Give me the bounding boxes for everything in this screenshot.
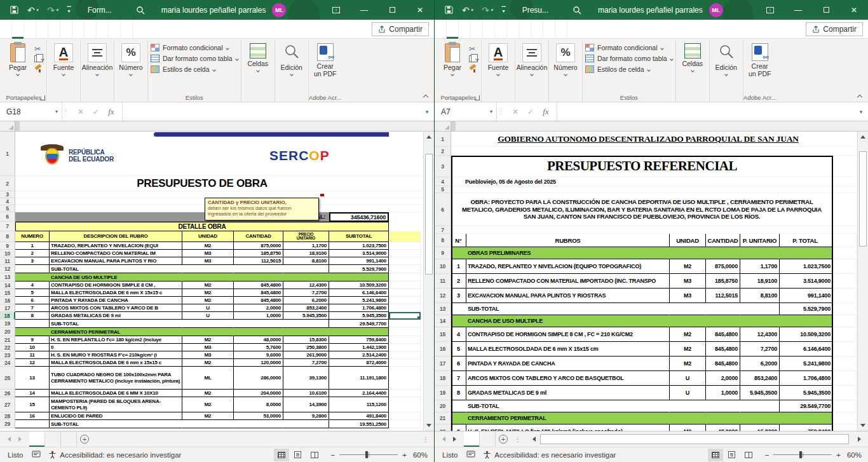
row-header[interactable]: 25 — [0, 367, 15, 390]
cell-subtotal[interactable]: 3.514,9000 — [329, 250, 389, 257]
cell-styles-button[interactable]: Estilos de celda — [585, 65, 673, 73]
ribbon-tab[interactable] — [519, 20, 531, 39]
font-group-button[interactable]: A Fuente — [484, 41, 512, 76]
cell-precio-unitario[interactable]: 7,2700 — [283, 289, 329, 297]
cell-descripcion[interactable]: H. S. EN REPLANTILLO f'c= 180 kg/cm2 (in… — [50, 336, 182, 344]
cell-precio-unitario[interactable]: 250,3800 — [283, 344, 329, 351]
cell-precio-unitario[interactable]: 8,8100 — [283, 257, 329, 265]
row-header[interactable]: 28 — [0, 412, 15, 420]
cell-g[interactable] — [833, 425, 857, 431]
cell-p-total[interactable]: 991,1400 — [780, 289, 833, 303]
worksheet[interactable]: 1 REPÚBLICADEL ECUADOR SERCOP 2 PRESUPUE… — [0, 132, 423, 431]
cell-descripcion[interactable]: RELLENO COMPACTADO CON MATERIAL IM — [50, 250, 182, 257]
cell-g[interactable] — [389, 273, 421, 282]
formula-input[interactable] — [123, 102, 420, 121]
header-p-total[interactable]: P. TOTAL — [780, 234, 833, 247]
cell-cantidad[interactable]: 845,4800 — [706, 342, 740, 357]
cell-unidad[interactable]: M3 — [670, 289, 706, 303]
cell-numero[interactable] — [451, 303, 466, 315]
cell-cantidad[interactable] — [706, 400, 740, 412]
cell-descripcion[interactable]: MALLA ELECTROSOLDADA DE 6 mm X 15x15 c — [50, 289, 182, 297]
cut-button[interactable]: ✂ — [34, 45, 44, 53]
cell-p-unitario[interactable] — [740, 400, 780, 412]
cell-unidad[interactable]: M2 — [182, 289, 234, 297]
cell-descripcion[interactable]: 0 — [50, 344, 182, 351]
cells-group-button[interactable]: Celdas — [679, 41, 707, 72]
cell-subtotal[interactable]: 1.706,4800 — [329, 304, 389, 312]
cell-p-unitario[interactable]: 5.945,3500 — [740, 386, 780, 400]
cell-unidad[interactable]: U — [670, 386, 706, 400]
cell-p-total[interactable]: 5.945,3500 — [780, 386, 833, 400]
cell-precio-unitario[interactable]: 18,9100 — [283, 250, 329, 257]
cell-subtotal[interactable] — [329, 273, 389, 282]
cell-rubro[interactable]: EXCAVACION MANUAL PARA PLINTOS Y RIOSTRA… — [466, 289, 670, 303]
cell-unidad[interactable] — [670, 247, 706, 259]
cell-cantidad[interactable]: 845,4800 — [706, 327, 740, 342]
clipboard-dialog-launcher[interactable] — [475, 95, 480, 100]
confirm-entry-button[interactable]: ✓ — [93, 107, 99, 116]
formula-input[interactable] — [557, 102, 854, 121]
cell-descripcion[interactable]: PINTADA Y RAYADA DE CANCHA — [50, 297, 182, 304]
cell-numero[interactable] — [15, 420, 50, 428]
cell-cantidad[interactable]: 204,0000 — [234, 390, 283, 397]
alignment-group-button[interactable]: Alineación — [518, 41, 546, 76]
cancel-entry-button[interactable]: ✕ — [512, 107, 519, 116]
expand-formula-bar-button[interactable]: ▾ — [420, 102, 434, 121]
cell-subtotal[interactable]: 19.551,2500 — [329, 420, 389, 428]
cell-g[interactable] — [833, 327, 857, 342]
row-header[interactable]: 2 — [0, 176, 15, 191]
cell-g[interactable] — [389, 297, 421, 304]
cell-numero[interactable]: 9 — [451, 425, 466, 431]
cell-rubro[interactable]: RELLENO COMPACTADO CON MATERIAL IMPORTAD… — [466, 274, 670, 289]
cell-numero[interactable]: 13 — [15, 367, 50, 390]
cell-numero[interactable] — [15, 328, 50, 336]
cell-numero[interactable] — [451, 315, 466, 327]
cell-subtotal[interactable]: 872,4000 — [329, 359, 389, 367]
cell-subtotal[interactable]: 5.945,3500 — [329, 312, 389, 320]
cell-precio-unitario[interactable]: 1,1700 — [283, 242, 329, 250]
cell-p-unitario[interactable]: 1,1700 — [740, 259, 780, 274]
cell-g[interactable] — [389, 359, 421, 367]
ribbon-tab[interactable] — [483, 20, 495, 39]
cell-p-unitario[interactable]: 18,9100 — [740, 274, 780, 289]
cell-precio-unitario[interactable]: 39,1300 — [283, 367, 329, 390]
cell-g[interactable] — [833, 234, 857, 247]
cell-p-unitario[interactable]: 7,2700 — [740, 342, 780, 357]
search-icon[interactable] — [573, 6, 581, 15]
cell-p-unitario[interactable] — [740, 303, 780, 315]
row-header[interactable]: 22 — [435, 425, 451, 431]
cell-unidad[interactable] — [182, 273, 234, 282]
cell-g[interactable] — [389, 242, 421, 250]
cell-cantidad[interactable]: 875,0000 — [234, 242, 283, 250]
row-header[interactable]: 16 — [435, 342, 451, 357]
number-group-button[interactable]: % Número — [552, 41, 580, 76]
ribbon-tab[interactable] — [555, 20, 567, 39]
row-header[interactable]: 9 — [435, 247, 451, 259]
row-header[interactable]: 4 — [0, 198, 15, 205]
cell-descripcion[interactable]: EXCAVACION MANUAL PARA PLINTOS Y RIO — [50, 257, 182, 265]
row-header[interactable]: 1 — [435, 132, 451, 147]
sheet-tab[interactable] — [61, 431, 77, 447]
cell-rubro[interactable]: GRADAS METALICAS DE 9 ml — [466, 386, 670, 400]
cell-subtotal[interactable]: 115,1200 — [329, 397, 389, 412]
row-header[interactable]: 18 — [0, 312, 15, 320]
ribbon-tab[interactable] — [109, 20, 121, 39]
cell-p-unitario[interactable] — [740, 412, 780, 425]
cell-cantidad[interactable]: 8,0000 — [234, 397, 283, 412]
format-as-table-button[interactable]: Dar formato como tabla — [151, 55, 238, 62]
cell-p-total[interactable]: 29.549,7700 — [780, 400, 833, 412]
cell-descripcion[interactable]: MAMPOSTERIA (PARED DE BLOQUES ARENA-CEME… — [50, 397, 182, 412]
close-button[interactable]: ✕ — [840, 0, 868, 20]
cell-cantidad[interactable]: 120,0000 — [234, 359, 283, 367]
cell-descripcion[interactable]: CONTRAPISO DE HORMIGON SIMPLE 8 CM , — [50, 282, 182, 289]
cell-subtotal[interactable]: 5.529,7900 — [329, 265, 389, 273]
ribbon-tab[interactable] — [507, 20, 519, 39]
copy-button[interactable] — [34, 55, 44, 62]
cell-descripcion[interactable]: SUB-TOTAL — [50, 320, 182, 328]
cell-subtotal[interactable]: 2.164,4400 — [329, 390, 389, 397]
cell-p-total[interactable]: 1.706,4800 — [780, 371, 833, 386]
clipboard-dialog-launcher[interactable] — [40, 95, 45, 100]
paste-button[interactable]: Pegar — [4, 41, 32, 76]
cell-precio-unitario[interactable]: 15,8300 — [283, 336, 329, 344]
cancel-entry-button[interactable]: ✕ — [78, 107, 84, 116]
